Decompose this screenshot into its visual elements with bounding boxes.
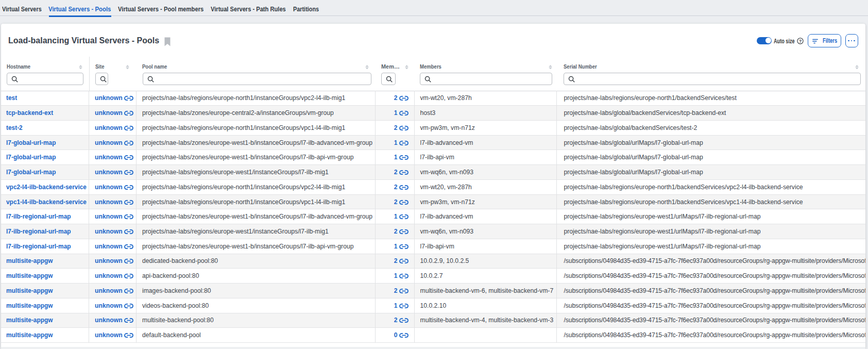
svg-text:?: ?	[799, 39, 802, 44]
